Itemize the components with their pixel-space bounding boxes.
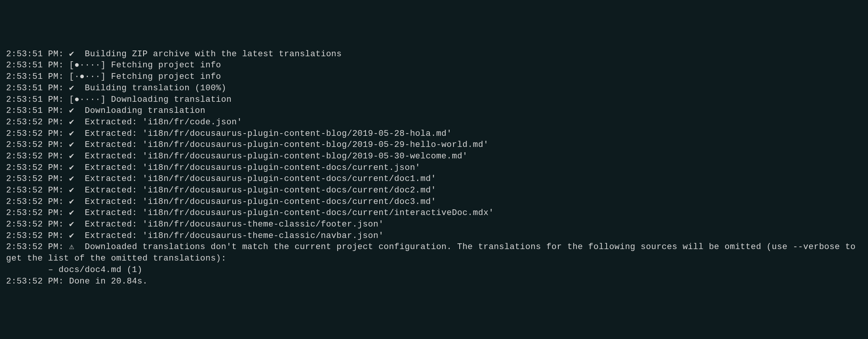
log-timestamp: 2:53:51 PM:: [6, 72, 64, 81]
log-line: 2:53:51 PM: [●∙∙∙∙] Fetching project inf…: [6, 60, 862, 71]
log-timestamp: 2:53:52 PM:: [6, 220, 64, 229]
log-line: 2:53:52 PM: ✔ Extracted: 'i18n/fr/docusa…: [6, 139, 862, 151]
spinner-icon: [●∙∙∙∙]: [69, 95, 106, 104]
log-message: Building translation (100%): [80, 83, 227, 93]
log-timestamp: 2:53:51 PM:: [6, 106, 64, 116]
log-message: Done in 20.84s.: [69, 277, 148, 286]
log-timestamp: 2:53:52 PM:: [6, 140, 64, 150]
spinner-icon: [●∙∙∙∙]: [69, 60, 106, 70]
log-message: Extracted: 'i18n/fr/docusaurus-plugin-co…: [80, 140, 489, 150]
log-message: Extracted: 'i18n/fr/code.json': [80, 117, 242, 127]
check-icon: ✔: [69, 174, 74, 184]
log-line: 2:53:52 PM: ✔ Extracted: 'i18n/fr/docusa…: [6, 162, 862, 174]
log-line: 2:53:52 PM: ✔ Extracted: 'i18n/fr/docusa…: [6, 173, 862, 185]
log-line: 2:53:52 PM: ✔ Extracted: 'i18n/fr/docusa…: [6, 151, 862, 162]
log-line: 2:53:52 PM: ✔ Extracted: 'i18n/fr/code.j…: [6, 117, 862, 128]
check-icon: ✔: [69, 49, 74, 59]
log-timestamp: 2:53:52 PM:: [6, 152, 64, 161]
log-message: Extracted: 'i18n/fr/docusaurus-plugin-co…: [80, 163, 421, 173]
log-message: – docs/doc4.md (1): [6, 265, 142, 275]
log-timestamp: 2:53:52 PM:: [6, 117, 64, 127]
log-line: 2:53:52 PM: ✔ Extracted: 'i18n/fr/docusa…: [6, 185, 862, 196]
log-timestamp: 2:53:52 PM:: [6, 129, 64, 139]
log-line: 2:53:52 PM: ✔ Extracted: 'i18n/fr/docusa…: [6, 196, 862, 208]
log-message: Building ZIP archive with the latest tra…: [80, 49, 342, 59]
log-timestamp: 2:53:52 PM:: [6, 231, 64, 241]
log-message: Fetching project info: [111, 72, 221, 81]
log-line: 2:53:51 PM: ✔ Building ZIP archive with …: [6, 49, 862, 60]
check-icon: ✔: [69, 106, 74, 116]
log-timestamp: 2:53:52 PM:: [6, 163, 64, 173]
log-message: Downloaded translations don't match the …: [6, 242, 861, 263]
log-timestamp: 2:53:51 PM:: [6, 83, 64, 93]
log-timestamp: 2:53:52 PM:: [6, 242, 64, 252]
log-line: 2:53:52 PM: ✔ Extracted: 'i18n/fr/docusa…: [6, 128, 862, 140]
log-timestamp: 2:53:51 PM:: [6, 49, 64, 59]
log-message: Extracted: 'i18n/fr/docusaurus-theme-cla…: [80, 220, 384, 229]
check-icon: ✔: [69, 220, 74, 229]
log-line: 2:53:51 PM: ✔ Downloading translation: [6, 105, 862, 117]
log-timestamp: 2:53:52 PM:: [6, 277, 64, 286]
log-timestamp: 2:53:51 PM:: [6, 95, 64, 104]
log-timestamp: 2:53:52 PM:: [6, 186, 64, 195]
terminal-log: 2:53:51 PM: ✔ Building ZIP archive with …: [6, 49, 862, 287]
check-icon: ✔: [69, 231, 74, 241]
log-message: Extracted: 'i18n/fr/docusaurus-theme-cla…: [80, 231, 384, 241]
check-icon: ✔: [69, 208, 74, 218]
check-icon: ✔: [69, 186, 74, 195]
check-icon: ✔: [69, 129, 74, 139]
log-message: Fetching project info: [111, 60, 221, 70]
log-message: Extracted: 'i18n/fr/docusaurus-plugin-co…: [80, 186, 436, 195]
log-timestamp: 2:53:52 PM:: [6, 174, 64, 184]
log-timestamp: 2:53:51 PM:: [6, 60, 64, 70]
log-line: 2:53:51 PM: ✔ Building translation (100%…: [6, 83, 862, 94]
check-icon: ✔: [69, 83, 74, 93]
log-line: 2:53:51 PM: [●∙∙∙∙] Downloading translat…: [6, 94, 862, 106]
check-icon: ✔: [69, 197, 74, 207]
log-message: Downloading translation: [111, 95, 232, 104]
log-line: 2:53:52 PM: ✔ Extracted: 'i18n/fr/docusa…: [6, 230, 862, 242]
check-icon: ✔: [69, 117, 74, 127]
log-timestamp: 2:53:52 PM:: [6, 208, 64, 218]
log-line: 2:53:52 PM: ✔ Extracted: 'i18n/fr/docusa…: [6, 219, 862, 230]
log-message: Extracted: 'i18n/fr/docusaurus-plugin-co…: [80, 174, 436, 184]
log-message: Extracted: 'i18n/fr/docusaurus-plugin-co…: [80, 197, 436, 207]
check-icon: ✔: [69, 140, 74, 150]
spinner-icon: [∙●∙∙∙]: [69, 72, 106, 81]
check-icon: ✔: [69, 152, 74, 161]
log-line: 2:53:52 PM: ⚠ Downloaded translations do…: [6, 241, 862, 264]
log-message: Extracted: 'i18n/fr/docusaurus-plugin-co…: [80, 129, 452, 139]
check-icon: ✔: [69, 163, 74, 173]
warning-icon: ⚠: [69, 242, 74, 252]
log-message: Extracted: 'i18n/fr/docusaurus-plugin-co…: [80, 152, 468, 161]
log-line: 2:53:52 PM: Done in 20.84s.: [6, 276, 862, 287]
log-line: 2:53:51 PM: [∙●∙∙∙] Fetching project inf…: [6, 71, 862, 83]
log-line: – docs/doc4.md (1): [6, 264, 862, 276]
log-line: 2:53:52 PM: ✔ Extracted: 'i18n/fr/docusa…: [6, 207, 862, 219]
log-message: Downloading translation: [80, 106, 206, 116]
log-timestamp: 2:53:52 PM:: [6, 197, 64, 207]
log-message: Extracted: 'i18n/fr/docusaurus-plugin-co…: [80, 208, 494, 218]
